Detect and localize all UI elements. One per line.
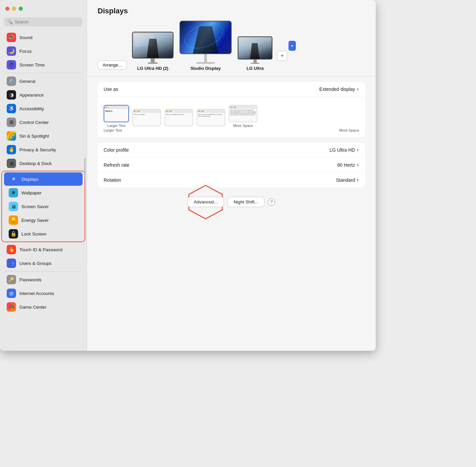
- help-button[interactable]: ?: [268, 198, 275, 206]
- sidebar-item-sound[interactable]: 🔊 Sound: [2, 31, 85, 44]
- sidebar-item-users[interactable]: 👥 Users & Groups: [2, 257, 85, 270]
- users-icon: 👥: [7, 259, 16, 268]
- sidebar-highlight-group: ☀ Displays ❄ Wallpaper 🖥 Screen Saver 💡 …: [1, 171, 85, 242]
- touch-id-icon: 👆: [7, 245, 16, 254]
- res-option-2[interactable]: Here's to troublem: [132, 109, 161, 128]
- sidebar-item-accessibility[interactable]: ♿ Accessibility: [2, 102, 85, 115]
- color-profile-stepper: ⬍: [356, 148, 359, 152]
- close-button[interactable]: [5, 7, 9, 11]
- use-as-row: Use as Extended display ⬍: [98, 82, 365, 97]
- sidebar-item-label: Siri & Spotlight: [19, 134, 49, 139]
- display-item-lg3[interactable]: LG Ultra: [238, 36, 272, 71]
- sidebar-item-control-center[interactable]: ⊞ Control Center: [2, 116, 85, 129]
- sidebar-item-siri[interactable]: 🌈 Siri & Spotlight: [2, 129, 85, 143]
- general-icon: ⚙️: [7, 76, 16, 86]
- minimize-button[interactable]: [12, 7, 16, 11]
- accessibility-icon: ♿: [7, 104, 16, 113]
- dot-red: [105, 107, 107, 108]
- sidebar-item-label: Control Center: [19, 120, 49, 125]
- sidebar-divider: [5, 73, 82, 73]
- res-option-more-space[interactable]: Here's to the crazy ones who see things …: [229, 105, 257, 128]
- dot-yellow: [107, 107, 109, 108]
- search-input[interactable]: [15, 19, 79, 24]
- dot-red: [166, 111, 167, 112]
- appearance-icon: ◑: [7, 90, 16, 100]
- sidebar-item-focus[interactable]: 🌙 Focus: [2, 44, 85, 58]
- sidebar-item-privacy[interactable]: 🤚 Privacy & Security: [2, 143, 85, 156]
- dot-yellow: [168, 111, 169, 112]
- main-content: Displays Arrange... LG Ultra HD (2): [87, 0, 376, 351]
- refresh-rate-stepper: ⬍: [356, 163, 359, 167]
- dot-green: [170, 111, 171, 112]
- chevron-down-icon: ▾: [291, 44, 293, 48]
- sidebar-item-label: Sound: [19, 35, 32, 40]
- display-item-lg2[interactable]: LG Ultra HD (2): [132, 32, 173, 71]
- sidebar-list: 🔊 Sound 🌙 Focus ⏱ Screen Time ⚙️ General…: [0, 30, 87, 351]
- lg2-thumb: [132, 32, 173, 64]
- sidebar-item-screen-saver[interactable]: 🖥 Screen Saver: [4, 200, 83, 213]
- night-shift-button[interactable]: Night Shift...: [227, 197, 265, 207]
- scrollbar[interactable]: [84, 158, 86, 178]
- sidebar-item-screen-time[interactable]: ⏱ Screen Time: [2, 58, 85, 71]
- sidebar-item-wallpaper[interactable]: ❄ Wallpaper: [4, 186, 83, 199]
- wallpaper-icon: ❄: [9, 188, 18, 197]
- sidebar-item-touch-id[interactable]: 👆 Touch ID & Password: [2, 243, 85, 256]
- sidebar-item-internet[interactable]: @ Internet Accounts: [2, 287, 85, 300]
- use-as-value-wrap[interactable]: Extended display ⬍: [319, 87, 359, 92]
- color-profile-label: Color profile: [104, 147, 129, 153]
- res-content-1: Here's: [104, 109, 128, 122]
- sidebar-item-label: Energy Saver: [21, 218, 49, 223]
- dot-yellow: [136, 111, 137, 112]
- sidebar-item-desktop[interactable]: 🖥 Desktop & Dock: [2, 157, 85, 170]
- res-label-1: Larger Text: [107, 124, 126, 128]
- color-profile-row: Color profile LG Ultra HD ⬍: [98, 143, 365, 158]
- res-label-5: More Space: [233, 124, 253, 128]
- res-content-5: Here's to the crazy ones who see things …: [229, 109, 257, 122]
- sidebar-item-label: Privacy & Security: [19, 147, 56, 152]
- res-thumb-box-2: Here's to troublem: [132, 109, 161, 126]
- larger-text-label: Larger Text: [104, 128, 122, 132]
- sidebar-item-appearance[interactable]: ◑ Appearance: [2, 88, 85, 102]
- color-profile-value-wrap[interactable]: LG Ultra HD ⬍: [330, 147, 359, 153]
- sidebar-item-passwords[interactable]: 🔑 Passwords: [2, 273, 85, 286]
- displays-dropdown-button[interactable]: ▾: [288, 41, 296, 51]
- desktop-icon: 🖥: [7, 159, 16, 168]
- sidebar-item-label: Appearance: [19, 93, 44, 98]
- titlebar: [0, 0, 87, 17]
- display-item-studio[interactable]: Studio Display: [180, 21, 232, 71]
- sidebar-item-general[interactable]: ⚙️ General: [2, 74, 85, 88]
- res-titlebar-2: [133, 110, 160, 113]
- use-as-value: Extended display: [319, 87, 355, 92]
- displays-icon: ☀: [9, 174, 18, 184]
- screen-saver-icon: 🖥: [9, 202, 18, 211]
- screen-time-icon: ⏱: [7, 60, 16, 69]
- res-thumb-box-3: Here's to troublema ones who: [164, 109, 193, 126]
- add-display-button[interactable]: +: [277, 51, 287, 61]
- dot-green: [202, 111, 204, 112]
- res-titlebar-3: [165, 110, 193, 113]
- sidebar-item-energy[interactable]: 💡 Energy Saver: [4, 213, 83, 227]
- refresh-rate-value-wrap[interactable]: 60 Hertz ⬍: [337, 162, 359, 168]
- res-thumb-box-5: Here's to the crazy ones who see things …: [229, 105, 257, 122]
- advanced-wrap: Advanced...: [188, 197, 224, 207]
- control-center-icon: ⊞: [7, 118, 16, 127]
- sidebar-item-game-center[interactable]: 🎮 Game Center: [2, 300, 85, 314]
- rotation-row: Rotation Standard ⬍: [98, 173, 365, 187]
- energy-icon: 💡: [9, 215, 18, 225]
- search-bar[interactable]: 🔍: [4, 17, 83, 26]
- sidebar-item-label: Game Center: [19, 305, 46, 310]
- res-option-larger-text[interactable]: Here's Larger Text: [104, 105, 129, 128]
- maximize-button[interactable]: [19, 7, 23, 11]
- studio-name: Studio Display: [191, 66, 221, 71]
- sidebar-item-label: Displays: [21, 177, 38, 182]
- res-option-3[interactable]: Here's to troublema ones who: [164, 109, 193, 128]
- resolution-thumbs: Here's Larger Text Here's to troublem: [104, 105, 359, 128]
- sidebar-item-lock-screen[interactable]: 🔒 Lock Screen: [4, 227, 83, 241]
- arrange-button[interactable]: Arrange...: [98, 60, 127, 69]
- res-option-4[interactable]: Here's to the c troublemakers. ones who …: [197, 109, 225, 128]
- dot-red: [230, 107, 232, 108]
- dot-green: [234, 107, 236, 108]
- sidebar-item-displays[interactable]: ☀ Displays: [4, 172, 83, 186]
- advanced-button[interactable]: Advanced...: [188, 197, 224, 207]
- rotation-value-wrap[interactable]: Standard ⬍: [336, 177, 359, 183]
